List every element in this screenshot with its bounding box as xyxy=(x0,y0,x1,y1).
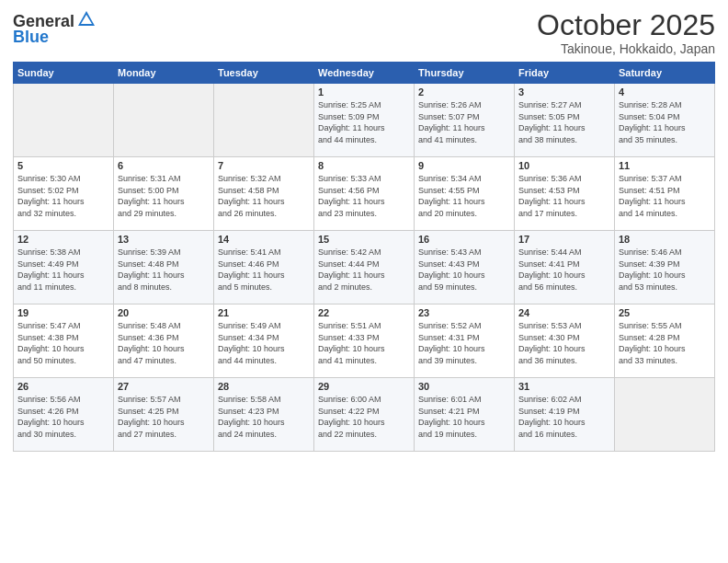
cell-content: Sunrise: 5:36 AM Sunset: 4:53 PM Dayligh… xyxy=(518,173,610,219)
calendar-cell: 13Sunrise: 5:39 AM Sunset: 4:48 PM Dayli… xyxy=(114,231,214,304)
cell-content: Sunrise: 5:53 AM Sunset: 4:30 PM Dayligh… xyxy=(518,320,610,366)
calendar-cell: 10Sunrise: 5:36 AM Sunset: 4:53 PM Dayli… xyxy=(515,157,615,231)
cell-content: Sunrise: 5:52 AM Sunset: 4:31 PM Dayligh… xyxy=(418,320,510,366)
day-number: 2 xyxy=(418,86,510,98)
calendar-cell: 9Sunrise: 5:34 AM Sunset: 4:55 PM Daylig… xyxy=(415,157,515,231)
calendar-cell: 14Sunrise: 5:41 AM Sunset: 4:46 PM Dayli… xyxy=(214,231,314,304)
calendar-cell: 25Sunrise: 5:55 AM Sunset: 4:28 PM Dayli… xyxy=(615,304,715,378)
day-number: 20 xyxy=(118,307,210,318)
calendar-cell: 3Sunrise: 5:27 AM Sunset: 5:05 PM Daylig… xyxy=(515,84,615,157)
cell-content: Sunrise: 5:58 AM Sunset: 4:23 PM Dayligh… xyxy=(218,394,310,440)
calendar-cell: 15Sunrise: 5:42 AM Sunset: 4:44 PM Dayli… xyxy=(314,231,415,304)
calendar-cell: 21Sunrise: 5:49 AM Sunset: 4:34 PM Dayli… xyxy=(214,304,314,378)
day-number: 19 xyxy=(17,307,109,318)
calendar-cell xyxy=(615,378,715,452)
calendar-week-row: 12Sunrise: 5:38 AM Sunset: 4:49 PM Dayli… xyxy=(14,231,715,304)
calendar-cell xyxy=(14,84,114,157)
day-number: 10 xyxy=(518,160,610,171)
day-number: 16 xyxy=(418,234,510,245)
day-number: 25 xyxy=(619,307,711,318)
day-header-friday: Friday xyxy=(515,63,615,84)
calendar-cell: 28Sunrise: 5:58 AM Sunset: 4:23 PM Dayli… xyxy=(214,378,314,452)
calendar-cell: 24Sunrise: 5:53 AM Sunset: 4:30 PM Dayli… xyxy=(515,304,615,378)
calendar-cell: 12Sunrise: 5:38 AM Sunset: 4:49 PM Dayli… xyxy=(14,231,114,304)
cell-content: Sunrise: 5:25 AM Sunset: 5:09 PM Dayligh… xyxy=(318,99,410,145)
logo-icon xyxy=(76,9,97,33)
header-row: General Blue October 2025 Takinoue, Hokk… xyxy=(13,9,715,56)
cell-content: Sunrise: 5:39 AM Sunset: 4:48 PM Dayligh… xyxy=(118,247,210,293)
calendar-week-row: 26Sunrise: 5:56 AM Sunset: 4:26 PM Dayli… xyxy=(14,378,715,452)
day-number: 9 xyxy=(418,160,510,171)
day-number: 27 xyxy=(118,381,210,392)
day-number: 7 xyxy=(218,160,310,171)
calendar-week-row: 1Sunrise: 5:25 AM Sunset: 5:09 PM Daylig… xyxy=(14,84,715,157)
day-header-monday: Monday xyxy=(114,63,214,84)
calendar-header-row: SundayMondayTuesdayWednesdayThursdayFrid… xyxy=(14,63,715,84)
calendar-cell: 18Sunrise: 5:46 AM Sunset: 4:39 PM Dayli… xyxy=(615,231,715,304)
calendar-cell: 27Sunrise: 5:57 AM Sunset: 4:25 PM Dayli… xyxy=(114,378,214,452)
day-number: 5 xyxy=(17,160,109,171)
day-number: 3 xyxy=(518,86,610,98)
cell-content: Sunrise: 5:55 AM Sunset: 4:28 PM Dayligh… xyxy=(619,320,711,366)
calendar-cell: 17Sunrise: 5:44 AM Sunset: 4:41 PM Dayli… xyxy=(515,231,615,304)
calendar-cell: 31Sunrise: 6:02 AM Sunset: 4:19 PM Dayli… xyxy=(515,378,615,452)
day-number: 6 xyxy=(118,160,210,171)
day-number: 31 xyxy=(518,381,610,392)
day-number: 15 xyxy=(318,234,410,245)
title-block: October 2025 Takinoue, Hokkaido, Japan xyxy=(537,9,715,56)
cell-content: Sunrise: 5:57 AM Sunset: 4:25 PM Dayligh… xyxy=(118,394,210,440)
day-number: 29 xyxy=(318,381,410,392)
day-number: 18 xyxy=(619,234,711,245)
calendar-cell: 19Sunrise: 5:47 AM Sunset: 4:38 PM Dayli… xyxy=(14,304,114,378)
calendar-week-row: 5Sunrise: 5:30 AM Sunset: 5:02 PM Daylig… xyxy=(14,157,715,231)
calendar-cell: 7Sunrise: 5:32 AM Sunset: 4:58 PM Daylig… xyxy=(214,157,314,231)
day-number: 17 xyxy=(518,234,610,245)
logo-blue: Blue xyxy=(13,28,49,47)
cell-content: Sunrise: 5:33 AM Sunset: 4:56 PM Dayligh… xyxy=(318,173,410,219)
month-title: October 2025 xyxy=(537,9,715,41)
day-number: 11 xyxy=(619,160,711,171)
cell-content: Sunrise: 5:44 AM Sunset: 4:41 PM Dayligh… xyxy=(518,247,610,293)
day-number: 30 xyxy=(418,381,510,392)
day-number: 28 xyxy=(218,381,310,392)
day-header-saturday: Saturday xyxy=(615,63,715,84)
cell-content: Sunrise: 5:31 AM Sunset: 5:00 PM Dayligh… xyxy=(118,173,210,219)
cell-content: Sunrise: 5:46 AM Sunset: 4:39 PM Dayligh… xyxy=(619,247,711,293)
cell-content: Sunrise: 5:48 AM Sunset: 4:36 PM Dayligh… xyxy=(118,320,210,366)
day-header-tuesday: Tuesday xyxy=(214,63,314,84)
day-number: 4 xyxy=(619,86,711,98)
cell-content: Sunrise: 5:32 AM Sunset: 4:58 PM Dayligh… xyxy=(218,173,310,219)
day-number: 22 xyxy=(318,307,410,318)
calendar-cell xyxy=(214,84,314,157)
calendar-cell: 30Sunrise: 6:01 AM Sunset: 4:21 PM Dayli… xyxy=(415,378,515,452)
calendar-cell: 2Sunrise: 5:26 AM Sunset: 5:07 PM Daylig… xyxy=(415,84,515,157)
cell-content: Sunrise: 5:38 AM Sunset: 4:49 PM Dayligh… xyxy=(17,247,109,293)
cell-content: Sunrise: 5:49 AM Sunset: 4:34 PM Dayligh… xyxy=(218,320,310,366)
cell-content: Sunrise: 6:01 AM Sunset: 4:21 PM Dayligh… xyxy=(418,394,510,440)
cell-content: Sunrise: 5:27 AM Sunset: 5:05 PM Dayligh… xyxy=(518,99,610,145)
calendar-cell: 26Sunrise: 5:56 AM Sunset: 4:26 PM Dayli… xyxy=(14,378,114,452)
calendar-cell: 6Sunrise: 5:31 AM Sunset: 5:00 PM Daylig… xyxy=(114,157,214,231)
day-number: 14 xyxy=(218,234,310,245)
calendar-table: SundayMondayTuesdayWednesdayThursdayFrid… xyxy=(13,62,715,452)
calendar-cell: 11Sunrise: 5:37 AM Sunset: 4:51 PM Dayli… xyxy=(615,157,715,231)
calendar-cell xyxy=(114,84,214,157)
calendar-cell: 5Sunrise: 5:30 AM Sunset: 5:02 PM Daylig… xyxy=(14,157,114,231)
calendar-cell: 22Sunrise: 5:51 AM Sunset: 4:33 PM Dayli… xyxy=(314,304,415,378)
logo: General Blue xyxy=(13,9,97,47)
cell-content: Sunrise: 5:26 AM Sunset: 5:07 PM Dayligh… xyxy=(418,99,510,145)
cell-content: Sunrise: 5:47 AM Sunset: 4:38 PM Dayligh… xyxy=(17,320,109,366)
calendar-cell: 8Sunrise: 5:33 AM Sunset: 4:56 PM Daylig… xyxy=(314,157,415,231)
day-number: 26 xyxy=(17,381,109,392)
cell-content: Sunrise: 5:43 AM Sunset: 4:43 PM Dayligh… xyxy=(418,247,510,293)
day-number: 12 xyxy=(17,234,109,245)
day-number: 24 xyxy=(518,307,610,318)
calendar-cell: 4Sunrise: 5:28 AM Sunset: 5:04 PM Daylig… xyxy=(615,84,715,157)
day-number: 23 xyxy=(418,307,510,318)
day-header-thursday: Thursday xyxy=(415,63,515,84)
cell-content: Sunrise: 5:30 AM Sunset: 5:02 PM Dayligh… xyxy=(17,173,109,219)
day-header-wednesday: Wednesday xyxy=(314,63,415,84)
cell-content: Sunrise: 5:34 AM Sunset: 4:55 PM Dayligh… xyxy=(418,173,510,219)
cell-content: Sunrise: 5:56 AM Sunset: 4:26 PM Dayligh… xyxy=(17,394,109,440)
cell-content: Sunrise: 6:02 AM Sunset: 4:19 PM Dayligh… xyxy=(518,394,610,440)
